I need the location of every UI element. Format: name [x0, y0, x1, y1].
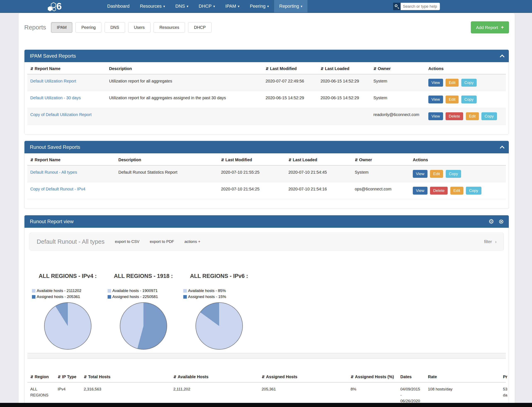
col-label: Total Hosts: [88, 375, 110, 379]
collapse-icon[interactable]: [500, 146, 505, 150]
export-csv-link[interactable]: export to CSV: [115, 239, 139, 244]
delete-button[interactable]: Delete: [445, 112, 463, 120]
report-owner: ops@6connect.com: [352, 182, 410, 199]
copy-button[interactable]: Copy: [461, 79, 477, 87]
runout-data-table: ⇵Region ⇵IP Type ⇵Total Hosts ⇵Available…: [27, 370, 506, 404]
view-button[interactable]: View: [413, 170, 428, 178]
tab-dns[interactable]: DNS: [104, 22, 125, 33]
edit-button[interactable]: Edit: [445, 95, 459, 103]
report-link[interactable]: Default Runout - All types: [30, 170, 77, 174]
nav-item-reporting[interactable]: Reporting ▾: [274, 0, 308, 12]
table-row: Copy of Default Utilization Report reado…: [27, 108, 506, 125]
nav-item-ipam[interactable]: IPAM ▾: [220, 0, 245, 12]
col-actions: Actions: [425, 66, 506, 71]
chevron-down-icon: ▾: [267, 4, 269, 8]
col-label: Assigned Hosts: [266, 375, 297, 379]
legend-label: Available hosts - 2111202: [37, 289, 81, 293]
page-title: Reports: [24, 24, 46, 31]
copy-button[interactable]: Copy: [461, 95, 477, 103]
report-view-name: Default Runout - All types: [37, 238, 104, 245]
col-ip-type[interactable]: ⇵IP Type: [55, 375, 81, 379]
edit-button[interactable]: Edit: [450, 187, 463, 195]
col-owner[interactable]: ⇵Owner: [352, 157, 410, 162]
copy-button[interactable]: Copy: [481, 112, 497, 120]
col-last-modified[interactable]: ⇵Last Modified: [218, 157, 286, 162]
col-report-name[interactable]: ⇵Report Name: [27, 66, 106, 71]
col-label: Pr: [503, 375, 507, 379]
nav-item-resources[interactable]: Resources ▾: [135, 0, 170, 12]
chart-ipv6: ALL REGIONS - IPv6 : Available hosts - 8…: [181, 273, 257, 350]
table-row: Default Runout - All types Default Runou…: [27, 165, 506, 182]
tab-resources[interactable]: Resources: [154, 22, 185, 33]
add-report-button[interactable]: Add Report +: [471, 21, 509, 33]
col-label: Last Loaded: [293, 157, 317, 162]
search-button[interactable]: [393, 3, 401, 10]
actions-menu-link[interactable]: actions +: [184, 239, 200, 244]
tab-peering[interactable]: Peering: [75, 22, 101, 33]
col-last-loaded[interactable]: ⇵Last Loaded: [318, 66, 371, 71]
filter-toggle[interactable]: filter ›: [484, 239, 497, 244]
col-label: Actions: [413, 157, 428, 162]
collapse-icon[interactable]: [500, 55, 505, 59]
report-owner: System: [352, 165, 410, 182]
pie-chart-ipv4: [44, 302, 91, 350]
view-button[interactable]: View: [428, 95, 443, 103]
col-projected: Pr: [500, 375, 510, 379]
report-last-loaded: 2020-06-15 14:52:29: [318, 91, 371, 108]
col-label: Assigned Hosts (%): [355, 375, 394, 379]
edit-button[interactable]: Edit: [466, 112, 479, 120]
ipam-saved-reports-panel: IPAM Saved Reports ⇵Report Name Descript…: [24, 49, 509, 134]
export-pdf-link[interactable]: export to PDF: [150, 239, 174, 244]
col-report-name[interactable]: ⇵Report Name: [27, 157, 115, 162]
table-row: Default Utilization Report Utilization r…: [27, 74, 506, 91]
gear-icon[interactable]: ⚙: [488, 219, 494, 225]
copy-button[interactable]: Copy: [446, 170, 461, 178]
nav-item-peering[interactable]: Peering ▾: [245, 0, 274, 12]
chevron-down-icon: ▾: [301, 4, 302, 8]
col-description: Description: [115, 157, 218, 162]
view-button[interactable]: View: [428, 112, 443, 120]
col-assigned-pct[interactable]: ⇵Assigned Hosts (%): [348, 375, 397, 379]
sort-icon: ⇵: [30, 375, 33, 379]
search-input[interactable]: [401, 3, 440, 10]
delete-button[interactable]: Delete: [430, 187, 448, 195]
logo-text: 6: [56, 1, 62, 12]
nav-item-dns[interactable]: DNS ▾: [170, 0, 193, 12]
edit-button[interactable]: Edit: [445, 79, 459, 87]
runout-charts: ALL REGIONS - IPv4 : Available hosts - 2…: [24, 273, 509, 350]
col-last-loaded[interactable]: ⇵Last Loaded: [286, 157, 352, 162]
pie-chart-1918: [120, 302, 167, 350]
legend-label: Assigned hosts - 2250581: [112, 295, 158, 299]
tab-dhcp[interactable]: DHCP: [188, 22, 212, 33]
col-last-modified[interactable]: ⇵Last Modified: [263, 66, 318, 71]
global-search: [393, 3, 440, 10]
nav-label: Reporting: [279, 4, 299, 9]
col-assigned-hosts[interactable]: ⇵Assigned Hosts: [259, 375, 348, 379]
logo-6connect[interactable]: 6: [47, 1, 62, 12]
cell-rate: 108 hosts/day: [425, 383, 500, 404]
col-label: Description: [118, 157, 141, 162]
sort-icon: ⇵: [221, 158, 224, 162]
report-link[interactable]: Copy of Default Utilization Report: [30, 112, 92, 117]
copy-button[interactable]: Copy: [466, 187, 481, 195]
report-link[interactable]: Default Utilization - 30 days: [30, 95, 81, 100]
legend-swatch-available: [108, 289, 111, 293]
nav-label: DNS: [175, 4, 185, 9]
view-button[interactable]: View: [413, 187, 428, 195]
col-region[interactable]: ⇵Region: [27, 375, 55, 379]
nav-item-dashboard[interactable]: Dashboard: [102, 0, 135, 12]
report-link[interactable]: Default Utilization Report: [30, 79, 76, 83]
close-icon[interactable]: ⊗: [499, 219, 504, 225]
tab-users[interactable]: Users: [128, 22, 151, 33]
tab-ipam[interactable]: IPAM: [51, 22, 72, 33]
filter-label: filter: [484, 239, 492, 244]
sort-icon: ⇵: [351, 375, 354, 379]
edit-button[interactable]: Edit: [430, 170, 443, 178]
col-available-hosts[interactable]: ⇵Available Hosts: [170, 375, 259, 379]
report-link[interactable]: Copy of Default Runout - IPv4: [30, 187, 85, 191]
col-total-hosts[interactable]: ⇵Total Hosts: [81, 375, 170, 379]
col-owner[interactable]: ⇵Owner: [371, 66, 425, 71]
runout-saved-reports-panel: Runout Saved Reports ⇵Report Name Descri…: [24, 141, 509, 209]
nav-item-dhcp[interactable]: DHCP ▾: [193, 0, 220, 12]
view-button[interactable]: View: [428, 79, 443, 87]
